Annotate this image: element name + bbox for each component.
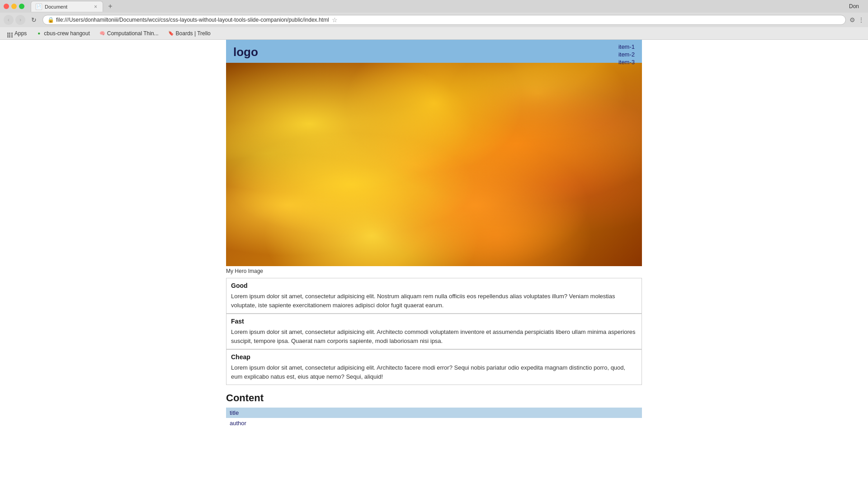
url-text: file:///Users/donhamiltoniii/Documents/w… <box>56 17 329 23</box>
fast-title: Fast <box>231 318 637 325</box>
tab-bar: 📄 Document × + <box>31 1 846 12</box>
boards-trello-bookmark[interactable]: 🔖 Boards | Trello <box>164 29 214 38</box>
user-name: Don <box>849 3 864 9</box>
back-button[interactable]: ‹ <box>4 15 14 25</box>
cheap-title: Cheap <box>231 353 637 361</box>
computational-label: Computational Thin... <box>107 30 159 37</box>
address-bar: ‹ › ↻ 🔒 file:///Users/donhamiltoniii/Doc… <box>0 13 868 27</box>
nav-item-3[interactable]: item-3 <box>618 59 635 66</box>
new-tab-button[interactable]: + <box>104 1 117 12</box>
traffic-lights <box>4 4 24 9</box>
maximize-button[interactable] <box>19 4 24 9</box>
nav-item-2[interactable]: item-2 <box>618 51 635 58</box>
table-cell-author-label: author <box>226 418 642 428</box>
nav-buttons: ‹ › <box>4 15 25 25</box>
content-table: title author <box>226 408 642 428</box>
title-bar: 📄 Document × + Don <box>0 0 868 13</box>
fast-text: Lorem ipsum dolor sit amet, consectetur … <box>231 328 637 345</box>
good-text: Lorem ipsum dolor sit amet, consectetur … <box>231 292 637 310</box>
good-section: Good Lorem ipsum dolor sit amet, consect… <box>226 278 642 314</box>
extensions-icon[interactable]: ⚙ <box>849 16 855 23</box>
close-button[interactable] <box>4 4 9 9</box>
cheap-text: Lorem ipsum dolor sit amet, consectetur … <box>231 363 637 381</box>
cbus-crew-icon: ● <box>36 30 42 37</box>
apps-bookmark[interactable]: Apps <box>4 28 30 39</box>
fast-section: Fast Lorem ipsum dolor sit amet, consect… <box>226 314 642 349</box>
table-row: title <box>226 408 642 418</box>
address-right-icons: ⚙ ⋮ <box>849 16 864 23</box>
tab-title: Document <box>45 4 67 9</box>
tab-favicon: 📄 <box>36 4 42 10</box>
boards-trello-label: Boards | Trello <box>176 30 211 37</box>
table-row: author <box>226 418 642 428</box>
bookmarks-bar: Apps ● cbus-crew hangout 🧠 Computational… <box>0 27 868 40</box>
nav-item-1[interactable]: item-1 <box>618 43 635 50</box>
url-bar[interactable]: 🔒 file:///Users/donhamiltoniii/Documents… <box>42 15 846 25</box>
content-heading: Content <box>226 392 642 404</box>
hero-caption: My Hero Image <box>226 268 642 274</box>
browser-window: 📄 Document × + Don ‹ › ↻ 🔒 file:///Users… <box>0 0 868 488</box>
minimize-button[interactable] <box>11 4 17 9</box>
reload-button[interactable]: ↻ <box>29 15 39 25</box>
computational-icon: 🧠 <box>99 30 105 37</box>
site-logo: logo <box>233 45 258 59</box>
active-tab[interactable]: 📄 Document × <box>31 1 103 12</box>
cbus-crew-bookmark[interactable]: ● cbus-crew hangout <box>32 29 93 38</box>
bookmark-star-icon[interactable]: ☆ <box>332 16 338 23</box>
hero-image <box>226 63 642 266</box>
site-nav: item-1 item-2 item-3 <box>618 43 635 66</box>
apps-grid-icon <box>7 29 13 38</box>
page-content: logo item-1 item-2 item-3 My Hero Image … <box>0 40 868 488</box>
tab-close-button[interactable]: × <box>94 4 97 10</box>
menu-icon[interactable]: ⋮ <box>858 16 864 23</box>
cbus-crew-label: cbus-crew hangout <box>44 30 90 37</box>
site-wrapper: logo item-1 item-2 item-3 My Hero Image … <box>226 40 642 428</box>
trello-icon: 🔖 <box>168 30 174 37</box>
cheap-section: Cheap Lorem ipsum dolor sit amet, consec… <box>226 349 642 385</box>
site-header: logo item-1 item-2 item-3 <box>226 40 642 63</box>
forward-button[interactable]: › <box>15 15 25 25</box>
good-title: Good <box>231 282 637 289</box>
apps-label: Apps <box>14 30 27 37</box>
computational-bookmark[interactable]: 🧠 Computational Thin... <box>95 29 162 38</box>
secure-icon: 🔒 <box>47 17 54 23</box>
table-cell-title-label: title <box>226 408 642 418</box>
